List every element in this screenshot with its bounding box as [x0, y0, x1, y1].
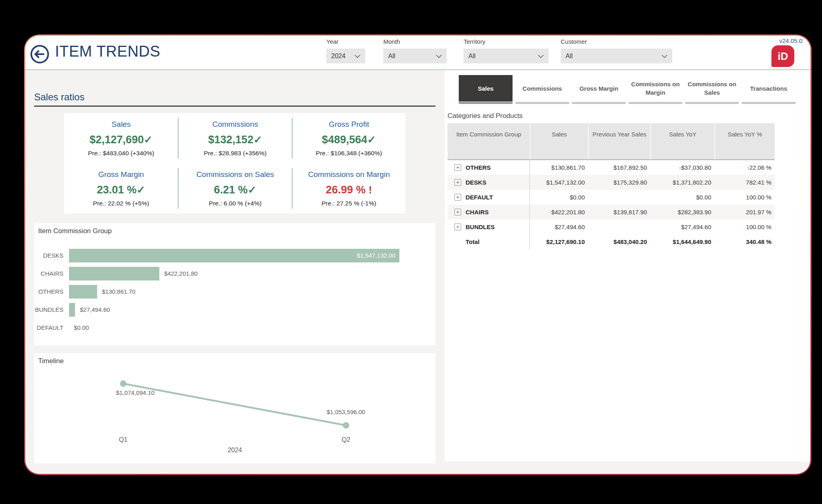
kpi-gross-margin: Gross Margin23.01 %✓Pre.: 22.02 % (+5%)	[64, 168, 178, 209]
line-chart-panel: Timeline $1,074,094.10$1,053,596.00Q1Q22…	[34, 353, 435, 463]
check-icon: ✓	[136, 184, 145, 196]
point-value-label: $1,074,094.10	[116, 389, 155, 396]
bar-value-label: $27,494.60	[80, 306, 110, 313]
check-icon: ✓	[253, 134, 262, 146]
tab-sales[interactable]: Sales	[459, 75, 513, 104]
table-row-others[interactable]: +OTHERS$130,861.70$167,892.50-$37,030.80…	[448, 160, 775, 175]
data-point-q2[interactable]	[343, 422, 349, 429]
back-button[interactable]	[30, 45, 49, 64]
table-row-chairs[interactable]: +CHAIRS$422,201.80$139,817.90$282,383.90…	[448, 205, 775, 219]
row-header-cell: +OTHERS	[448, 160, 530, 175]
kpi-previous-value: Pre.: $483,040 (+340%)	[64, 150, 178, 157]
cell-sales-yoy: $1,371,802.20	[650, 179, 714, 186]
bar[interactable]	[69, 285, 97, 299]
column-header-sales-yoy-%[interactable]: Sales YoY %	[714, 123, 775, 159]
kpi-value: 26.99 % !	[293, 184, 405, 196]
filter-year: Year2024	[326, 38, 365, 63]
data-point-q1[interactable]	[120, 380, 126, 387]
filter-label: Customer	[561, 38, 672, 45]
filter-value: All	[468, 53, 476, 60]
check-icon: ✓	[144, 134, 153, 146]
column-header-item-commission-group[interactable]: Item Commission Group	[448, 123, 530, 159]
header-bar: ITEM TRENDS Year2024MonthAllTerritoryAll…	[25, 36, 810, 69]
expand-plus-icon[interactable]: +	[454, 224, 461, 230]
categories-table: Item Commission GroupSalesPrevious Year …	[448, 123, 775, 249]
kpi-title: Gross Profit	[293, 120, 405, 129]
cell-sales: $422,201.80	[530, 209, 588, 215]
kpi-title: Sales	[64, 120, 178, 129]
tab-commissions[interactable]: Commissions	[515, 75, 569, 104]
bar-row-others: OTHERS$130,861.70	[34, 285, 435, 299]
kpi-previous-value: Pre.: 6.00 % (+4%)	[179, 200, 291, 207]
dashboard-frame: ITEM TRENDS Year2024MonthAllTerritoryAll…	[24, 35, 812, 475]
tab-underline	[685, 102, 739, 104]
check-icon: ✓	[367, 134, 376, 146]
tab-label: Commissions	[515, 75, 569, 102]
tab-strip: SalesCommissionsGross MarginCommissions …	[459, 75, 796, 104]
row-header-cell: +DESKS	[448, 175, 530, 190]
tab-label: Gross Margin	[572, 75, 626, 102]
row-name: BUNDLES	[466, 224, 495, 230]
bar-row-default: DEFAULT$0.00	[34, 321, 435, 335]
chevron-down-icon	[436, 53, 442, 60]
table-row-bundles[interactable]: +BUNDLES$27,494.60$27,494.60100.00 %	[448, 219, 775, 234]
filter-dropdown-customer[interactable]: All	[561, 49, 672, 63]
bar[interactable]	[69, 303, 75, 317]
bar-row-desks: DESKS$1,547,132.00	[34, 249, 435, 262]
table-row-total: Total$2,127,690.10$483,040.20$1,644,649.…	[448, 234, 775, 249]
expand-plus-icon[interactable]: +	[454, 209, 461, 215]
kpi-row: Gross Margin23.01 %✓Pre.: 22.02 % (+5%)C…	[64, 163, 405, 213]
bar[interactable]	[69, 267, 159, 280]
x-tick-q2: Q2	[342, 436, 350, 443]
point-value-label: $1,053,596.00	[327, 408, 365, 415]
kpi-previous-value: Pre.: $106,348 (+360%)	[293, 150, 405, 157]
cell-sales-yoy: $27,494.60	[650, 224, 714, 230]
version-label: v24.05.0	[779, 37, 802, 44]
tab-underline	[459, 102, 513, 104]
chevron-down-icon	[354, 53, 360, 60]
column-header-previous-year-sales[interactable]: Previous Year Sales	[588, 123, 650, 159]
alert-icon: !	[366, 184, 372, 196]
chevron-down-icon	[538, 53, 544, 60]
filter-dropdown-month[interactable]: All	[383, 49, 447, 63]
kpi-previous-value: Pre.: 27.25 % (-1%)	[293, 200, 405, 207]
tab-label: Transactions	[742, 75, 796, 102]
bar-row-bundles: BUNDLES$27,494.60	[34, 303, 435, 317]
tab-gross-margin[interactable]: Gross Margin	[572, 75, 626, 104]
row-name: DESKS	[466, 179, 486, 186]
filter-dropdown-territory[interactable]: All	[464, 49, 549, 63]
table-row-default[interactable]: +DEFAULT$0.00$0.00100.00 %	[448, 190, 775, 205]
table-row-desks[interactable]: +DESKS$1,547,132.00$175,329.80$1,371,802…	[448, 175, 775, 190]
column-header-sales-yoy[interactable]: Sales YoY	[650, 123, 714, 159]
tab-transactions[interactable]: Transactions	[742, 75, 796, 104]
kpi-title: Commissions on Margin	[293, 170, 405, 179]
expand-plus-icon[interactable]: +	[454, 179, 461, 186]
cell-sales-yoy: $282,383.90	[650, 209, 714, 215]
kpi-previous-value: Pre.: 22.02 % (+5%)	[64, 200, 178, 207]
x-axis-year-label: 2024	[228, 447, 242, 454]
table-title: Categories and Products	[448, 112, 523, 120]
x-tick-q1: Q1	[119, 436, 127, 443]
kpi-value: 23.01 %✓	[64, 184, 178, 196]
section-title-rule	[34, 106, 435, 107]
tab-commissions-on-margin[interactable]: Commissions on Margin	[629, 75, 682, 104]
kpi-sales: Sales$2,127,690✓Pre.: $483,040 (+340%)	[64, 118, 178, 159]
row-header-cell: +CHAIRS	[448, 205, 530, 219]
row-header-cell: Total	[448, 234, 530, 249]
kpi-gross-profit: Gross Profit$489,564✓Pre.: $106,348 (+36…	[292, 118, 405, 159]
expand-plus-icon[interactable]: +	[454, 164, 461, 171]
cell-sales-yoy-%: 782.41 %	[714, 179, 775, 186]
cell-sales: $27,494.60	[530, 224, 588, 230]
cell-sales-yoy: $0.00	[650, 194, 714, 201]
tab-commissions-on-sales[interactable]: Commissions on Sales	[685, 75, 739, 104]
filter-dropdown-year[interactable]: 2024	[326, 49, 365, 63]
page-title: ITEM TRENDS	[55, 43, 160, 60]
kpi-value: 6.21 %✓	[179, 184, 291, 196]
cell-sales-yoy-%: -22.06 %	[714, 164, 775, 171]
kpi-title: Gross Margin	[64, 170, 178, 179]
filter-territory: TerritoryAll	[464, 38, 549, 63]
expand-plus-icon[interactable]: +	[454, 194, 461, 201]
bar-chart-panel: Item Commission Group DESKS$1,547,132.00…	[34, 223, 435, 345]
column-header-sales[interactable]: Sales	[530, 123, 588, 159]
kpi-card-group: Sales$2,127,690✓Pre.: $483,040 (+340%)Co…	[64, 113, 405, 213]
